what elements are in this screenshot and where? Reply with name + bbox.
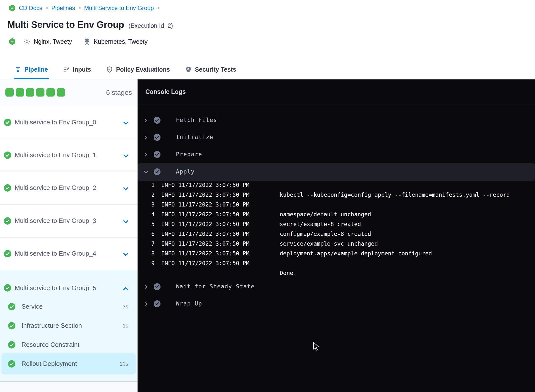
log-line: 3 INFO 11/17/2022 3:07:50 PM: [138, 200, 535, 210]
console-title: Console Logs: [145, 88, 186, 95]
stage-name: Multi service to Env Group_1: [15, 151, 96, 159]
step-name: Rollout Deployment: [21, 360, 77, 368]
log-timestamp: 11/17/2022 3:07:50 PM: [178, 240, 249, 247]
stage-name: Multi service to Env Group_5: [15, 284, 96, 292]
stage-row[interactable]: Multi service to Env Group_4: [0, 238, 138, 270]
policy-shield-icon: [106, 66, 113, 73]
log-section-wait-for-steady-state[interactable]: Wait for Steady State: [138, 278, 535, 295]
chevron-down-icon[interactable]: [123, 251, 129, 258]
chevron-right-icon[interactable]: [143, 301, 149, 307]
log-line-number: 8: [145, 250, 155, 257]
stage-status-square[interactable]: [5, 88, 14, 97]
log-line-number: 5: [145, 221, 155, 227]
log-level: INFO: [161, 192, 175, 198]
environments-label: Kubernetes, Tweety: [94, 38, 148, 45]
security-shield-icon: [185, 66, 192, 73]
stage-status-square[interactable]: [46, 88, 55, 97]
stage-row[interactable]: Multi service to Env Group_1: [0, 139, 138, 172]
tab-pipeline[interactable]: Pipeline: [14, 60, 49, 79]
stage-row[interactable]: Multi service to Env Group_0: [0, 106, 138, 139]
log-line-number: 3: [145, 201, 155, 208]
log-level: INFO: [161, 250, 175, 257]
step-success-badge-icon: [154, 300, 160, 307]
step-row[interactable]: Resource Constraint: [0, 335, 138, 354]
log-section-label: Initialize: [176, 134, 213, 140]
stage-status-square[interactable]: [57, 88, 65, 97]
stages-summary: 6 stages: [0, 79, 138, 106]
log-level: INFO: [161, 221, 175, 227]
breadcrumb-link[interactable]: CD Docs: [19, 5, 42, 11]
log-line: 4 INFO 11/17/2022 3:07:50 PM namespace/d…: [138, 210, 535, 219]
tab-label: Inputs: [73, 66, 91, 73]
step-row[interactable]: Infrastructure Section1s: [0, 316, 138, 335]
tab-inputs[interactable]: Inputs: [62, 60, 92, 79]
chevron-right-icon[interactable]: [143, 284, 149, 290]
log-section-wrap-up[interactable]: Wrap Up: [138, 295, 535, 312]
chevron-up-icon[interactable]: [123, 285, 129, 292]
breadcrumb-link[interactable]: Pipelines: [51, 5, 75, 11]
log-level: INFO: [161, 260, 175, 266]
log-line: 8 INFO 11/17/2022 3:07:50 PM deployment.…: [138, 249, 535, 259]
log-level: INFO: [161, 240, 175, 247]
services-label: Nginx, Tweety: [34, 38, 72, 45]
log-section-initialize[interactable]: Initialize: [138, 129, 535, 146]
chevron-down-icon[interactable]: [123, 185, 129, 192]
log-section-label: Fetch Files: [176, 117, 217, 123]
step-row[interactable]: Rollout Deployment10s: [0, 354, 138, 373]
page-title-row: Multi Service to Env Group (Execution Id…: [7, 20, 173, 30]
stage-row[interactable]: Multi service to Env Group_3: [0, 205, 138, 237]
log-line-number: 9: [145, 260, 155, 266]
log-section-fetch-files[interactable]: Fetch Files: [138, 112, 535, 129]
step-name: Resource Constraint: [21, 341, 79, 348]
stage-status-square[interactable]: [26, 88, 34, 97]
svg-text:∞: ∞: [11, 6, 14, 10]
stage-name: Multi service to Env Group_0: [15, 119, 96, 126]
console-header: Console Logs: [138, 79, 535, 104]
chevron-right-icon[interactable]: [143, 118, 149, 123]
services-gear-icon: [23, 38, 31, 45]
log-line-number: 6: [145, 231, 155, 237]
stage-status-square[interactable]: [16, 88, 24, 97]
log-line-number: 4: [145, 211, 155, 218]
success-check-icon: [4, 184, 11, 192]
log-line-number: 1: [145, 182, 155, 188]
stage-row[interactable]: Multi service to Env Group_2: [0, 172, 138, 205]
step-duration: 1s: [123, 323, 128, 329]
chevron-down-icon[interactable]: [123, 153, 129, 159]
stages-count-label: 6 stages: [106, 89, 132, 97]
stage-name: Multi service to Env Group_3: [15, 217, 96, 225]
tab-security-tests[interactable]: Security Tests: [184, 60, 237, 79]
breadcrumb-separator: >: [157, 5, 160, 11]
success-check-icon: [8, 360, 15, 368]
tab-policy-evaluations[interactable]: Policy Evaluations: [105, 60, 171, 79]
chevron-down-icon[interactable]: [123, 120, 129, 126]
log-section-label: Prepare: [176, 151, 202, 157]
harness-cd-icon: ∞: [9, 4, 16, 12]
step-success-badge-icon: [154, 283, 160, 290]
log-level: INFO: [161, 182, 175, 188]
log-section-label: Wait for Steady State: [176, 283, 255, 290]
chevron-down-icon[interactable]: [123, 218, 129, 225]
log-timestamp: 11/17/2022 3:07:50 PM: [178, 250, 249, 257]
chevron-down-icon[interactable]: [143, 169, 149, 175]
stage-status-square[interactable]: [36, 88, 44, 97]
svg-text:∞: ∞: [11, 39, 14, 44]
chevron-right-icon[interactable]: [143, 152, 149, 157]
step-row[interactable]: Service3s: [0, 297, 138, 316]
log-section-apply[interactable]: Apply: [138, 163, 535, 180]
stage-name: Multi service to Env Group_2: [15, 184, 96, 192]
breadcrumb-link[interactable]: Multi Service to Env Group: [84, 5, 154, 11]
log-timestamp: 11/17/2022 3:07:50 PM: [178, 182, 249, 188]
log-timestamp: 11/17/2022 3:07:50 PM: [178, 192, 249, 198]
execution-id: (Execution Id: 2): [128, 22, 173, 29]
tab-label: Policy Evaluations: [116, 66, 170, 73]
log-line: 5 INFO 11/17/2022 3:07:50 PM secret/exam…: [138, 219, 535, 229]
log-timestamp: 11/17/2022 3:07:50 PM: [178, 231, 249, 237]
breadcrumb: ∞ CD Docs>Pipelines>Multi Service to Env…: [9, 4, 160, 12]
success-check-icon: [8, 303, 15, 310]
console-logs-panel: Console Logs Fetch Files Initialize Prep…: [138, 79, 535, 392]
log-section-prepare[interactable]: Prepare: [138, 146, 535, 163]
log-message: configmap/example-8 created: [280, 231, 371, 237]
step-duration: 3s: [123, 304, 128, 310]
chevron-right-icon[interactable]: [143, 135, 149, 140]
